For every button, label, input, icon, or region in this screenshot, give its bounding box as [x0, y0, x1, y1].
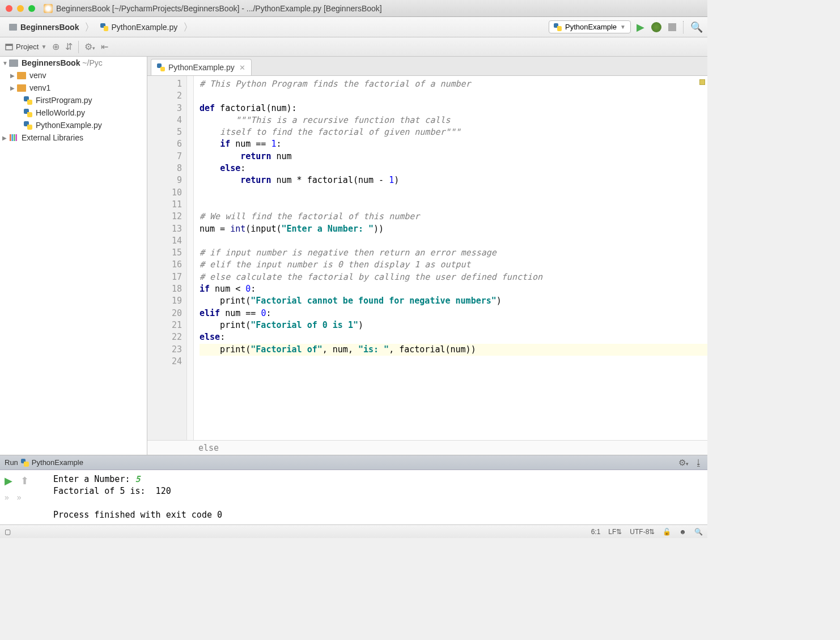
- svg-rect-3: [12, 134, 14, 141]
- tree-item-label: External Libraries: [22, 133, 83, 142]
- breadcrumb-file[interactable]: PythonExample.py: [96, 20, 182, 34]
- maximize-window-icon[interactable]: [28, 5, 35, 12]
- chevron-right-icon: 〉: [183, 20, 193, 34]
- svg-rect-1: [6, 44, 12, 46]
- run-header: Run PythonExample ⚙▾ ⭳: [0, 455, 707, 470]
- tree-item-label: venv1: [29, 83, 50, 92]
- tree-item-label: FirstProgram.py: [36, 96, 92, 105]
- locate-icon[interactable]: ⊕: [52, 41, 60, 52]
- editor-area: PythonExample.py ✕ 123456789101112131415…: [147, 57, 707, 455]
- code-content[interactable]: # This Python Program finds the factoria…: [194, 76, 707, 440]
- code-editor[interactable]: 123456789101112131415161718192021222324 …: [147, 76, 707, 440]
- run-config-selector[interactable]: PythonExample ▼: [549, 20, 631, 33]
- tree-root[interactable]: ▼ BeginnersBook ~/Pyc: [0, 57, 147, 69]
- breadcrumb-file-label: PythonExample.py: [111, 23, 177, 32]
- tree-external-libraries[interactable]: ▶ External Libraries: [0, 131, 147, 144]
- code-breadcrumb[interactable]: else: [147, 440, 707, 455]
- tree-folder-venv[interactable]: ▶ venv: [0, 69, 147, 82]
- titlebar: BeginnersBook [~/PycharmProjects/Beginne…: [0, 0, 707, 17]
- line-gutter: 123456789101112131415161718192021222324: [147, 76, 187, 440]
- tree-item-label: HelloWorld.py: [36, 108, 85, 117]
- python-file-icon: [21, 459, 29, 467]
- app-icon: [44, 4, 53, 13]
- chevron-right-icon[interactable]: ▶: [10, 85, 17, 91]
- run-config-name: PythonExample: [32, 458, 83, 467]
- up-icon[interactable]: ⬆: [20, 475, 29, 487]
- download-icon[interactable]: ⭳: [694, 458, 703, 467]
- hide-icon[interactable]: ⇤: [101, 41, 108, 52]
- expand-icon[interactable]: »: [17, 493, 22, 502]
- tree-item-label: PythonExample.py: [36, 121, 102, 130]
- debug-button[interactable]: [651, 22, 661, 32]
- project-tool-icon: [5, 42, 14, 52]
- file-encoding[interactable]: UTF-8⇅: [630, 528, 655, 536]
- breadcrumb-root-label: BeginnersBook: [20, 23, 79, 32]
- rerun-button[interactable]: ▶: [5, 475, 12, 487]
- python-file-icon: [24, 96, 32, 105]
- folder-icon: [17, 84, 26, 92]
- chevron-down-icon[interactable]: ▼: [2, 60, 9, 66]
- tree-file[interactable]: PythonExample.py: [0, 119, 147, 131]
- chevron-right-icon: 〉: [84, 20, 95, 34]
- editor-tab[interactable]: PythonExample.py ✕: [151, 59, 252, 75]
- settings-icon[interactable]: ⚙▾: [84, 41, 95, 52]
- tree-file[interactable]: FirstProgram.py: [0, 94, 147, 106]
- search-icon[interactable]: 🔍: [694, 528, 703, 536]
- folder-icon: [17, 72, 26, 79]
- expand-icon[interactable]: »: [5, 493, 9, 502]
- svg-rect-5: [16, 134, 18, 141]
- python-file-icon: [157, 63, 165, 71]
- tree-item-label: venv: [29, 71, 46, 80]
- tree-file[interactable]: HelloWorld.py: [0, 106, 147, 119]
- tree-folder-venv1[interactable]: ▶ venv1: [0, 82, 147, 94]
- main-area: ▼ BeginnersBook ~/Pyc ▶ venv ▶ venv1 Fir…: [0, 57, 707, 455]
- navbar: BeginnersBook 〉 PythonExample.py 〉 Pytho…: [0, 17, 707, 37]
- svg-rect-2: [10, 134, 11, 141]
- project-toolbar: Project▼ ⊕ ⇵ ⚙▾ ⇤: [0, 37, 707, 57]
- line-separator[interactable]: LF⇅: [608, 528, 622, 536]
- run-settings-icon[interactable]: ⚙▾: [678, 458, 689, 468]
- run-body: ▶ ⬆ » » Enter a Number: 5 Factorial of 5…: [0, 470, 707, 524]
- tab-label: PythonExample.py: [168, 63, 235, 72]
- lock-icon[interactable]: 🔓: [663, 528, 671, 536]
- chevron-down-icon: ▼: [41, 44, 46, 50]
- separator: [78, 41, 79, 53]
- project-view-selector[interactable]: Project▼: [5, 42, 46, 52]
- library-icon: [9, 134, 18, 142]
- python-file-icon: [24, 121, 32, 130]
- close-window-icon[interactable]: [6, 5, 12, 12]
- python-file-icon: [554, 23, 562, 31]
- tree-root-label: BeginnersBook: [22, 58, 80, 67]
- window-controls: [6, 5, 35, 12]
- fold-gutter: [187, 76, 194, 440]
- collapse-icon[interactable]: ⇵: [65, 41, 73, 52]
- project-view-label: Project: [16, 42, 39, 51]
- chevron-right-icon[interactable]: ▶: [2, 135, 9, 141]
- layout-icon[interactable]: ▢: [5, 528, 11, 536]
- stop-button[interactable]: [668, 23, 676, 31]
- minimize-window-icon[interactable]: [17, 5, 24, 12]
- run-gutter: ▶ ⬆ » »: [0, 470, 51, 524]
- analysis-marker-icon[interactable]: [699, 79, 705, 85]
- close-tab-icon[interactable]: ✕: [239, 63, 245, 72]
- statusbar: ▢ 6:1 LF⇅ UTF-8⇅ 🔓 ☻ 🔍: [0, 524, 707, 538]
- inspector-icon[interactable]: ☻: [679, 528, 686, 536]
- editor-tabs: PythonExample.py ✕: [147, 57, 707, 76]
- folder-icon: [9, 24, 17, 31]
- folder-icon: [9, 59, 18, 67]
- run-tool-window: Run PythonExample ⚙▾ ⭳ ▶ ⬆ » » Enter a N…: [0, 455, 707, 524]
- run-title: Run: [5, 458, 18, 467]
- run-output[interactable]: Enter a Number: 5 Factorial of 5 is: 120…: [51, 470, 707, 524]
- run-config-label: PythonExample: [565, 23, 617, 31]
- chevron-right-icon[interactable]: ▶: [10, 72, 17, 79]
- svg-rect-4: [14, 134, 15, 141]
- breadcrumb-root[interactable]: BeginnersBook: [5, 20, 83, 34]
- cursor-position[interactable]: 6:1: [591, 528, 601, 536]
- chevron-down-icon: ▼: [620, 24, 626, 30]
- python-file-icon: [24, 109, 32, 117]
- project-panel: ▼ BeginnersBook ~/Pyc ▶ venv ▶ venv1 Fir…: [0, 57, 147, 455]
- run-button[interactable]: ▶: [637, 21, 644, 33]
- tree-root-path: ~/Pyc: [82, 58, 102, 67]
- code-breadcrumb-label: else: [198, 443, 219, 453]
- search-button[interactable]: 🔍: [690, 21, 703, 33]
